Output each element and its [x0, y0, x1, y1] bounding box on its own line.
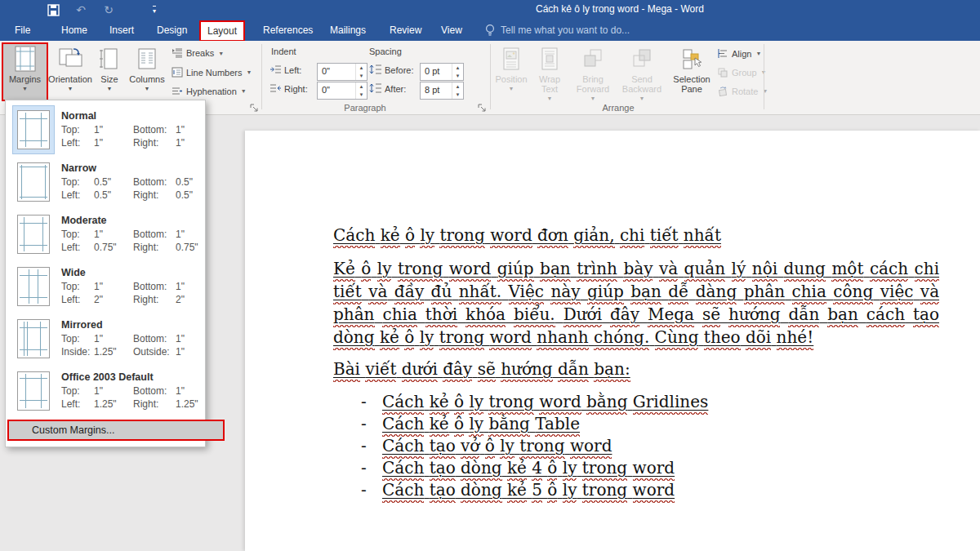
- tell-me-box[interactable]: Tell me what you want to do...: [485, 20, 630, 41]
- page-setup-dialog-launcher[interactable]: [249, 103, 261, 114]
- orientation-icon: [57, 47, 83, 71]
- document-content: Cách kẻ ô ly trong word đơn giản, chi ti…: [333, 224, 939, 501]
- tab-view[interactable]: View: [438, 20, 466, 41]
- bullet-dash: -: [361, 391, 382, 413]
- chevron-down-icon: ▼: [241, 88, 247, 94]
- breaks-icon: [172, 48, 183, 58]
- chevron-down-icon: ▼: [246, 69, 252, 75]
- group-button[interactable]: Group ▼: [717, 67, 767, 78]
- spacing-section-label: Spacing: [369, 47, 402, 56]
- margins-preset-normal[interactable]: Normal Top:1" Bottom:1" Left:1" Right:1": [6, 104, 203, 156]
- align-label: Align: [732, 49, 751, 59]
- selection-pane-icon: [680, 47, 703, 70]
- align-button[interactable]: Align ▼: [717, 48, 761, 59]
- indent-section-label: Indent: [271, 47, 296, 56]
- selected-preset-highlight: [12, 105, 55, 154]
- document-paragraph: Bài viết dưới đây sẽ hướng dẫn bạn:: [333, 358, 939, 380]
- word-window: ↶ ↻ ▾ Cách kẻ ô ly trong word - Mega - W…: [0, 0, 980, 551]
- spacing-after-input[interactable]: 8 pt ▲ ▼: [420, 82, 464, 100]
- margins-preset-wide[interactable]: Wide Top:1" Bottom:1" Left:2" Right:2": [6, 260, 203, 313]
- margins-label: Margins: [9, 74, 41, 84]
- rotate-icon: [717, 86, 728, 96]
- list-item: - Cách kẻ ô ly trong word bằng Gridlines: [361, 391, 939, 413]
- margins-preset-moderate[interactable]: Moderate Top:1" Bottom:1" Left:0.75" Rig…: [6, 208, 203, 260]
- chevron-down-icon: ▼: [590, 96, 596, 101]
- wrap-text-label: Wrap Text: [536, 74, 564, 94]
- preset-name: Normal: [61, 110, 203, 122]
- undo-button[interactable]: ↶: [67, 0, 95, 20]
- spinner-down-button[interactable]: ▼: [356, 72, 367, 80]
- preset-name: Moderate: [61, 215, 203, 226]
- spinner-up-button[interactable]: ▲: [356, 82, 367, 91]
- list-item-text: Cách kẻ ô ly trong word bằng Gridlines: [382, 391, 708, 413]
- breaks-button[interactable]: Breaks ▼: [172, 48, 224, 58]
- indent-right-input[interactable]: 0" ▲ ▼: [317, 82, 368, 100]
- margins-preset-narrow[interactable]: Narrow Top:0.5" Bottom:0.5" Left:0.5" Ri…: [6, 156, 203, 208]
- tab-review[interactable]: Review: [386, 20, 425, 41]
- preset-name: Wide: [61, 267, 203, 278]
- tab-design[interactable]: Design: [154, 20, 190, 41]
- chevron-down-icon: ▼: [145, 86, 150, 91]
- tab-insert[interactable]: Insert: [106, 20, 137, 41]
- indent-left-icon: [270, 64, 282, 74]
- bring-forward-icon: [581, 47, 604, 70]
- chevron-down-icon: ▼: [639, 96, 645, 101]
- redo-button[interactable]: ↻: [95, 0, 122, 20]
- paragraph-dialog-launcher[interactable]: [477, 103, 488, 114]
- send-backward-label: Send Backward: [618, 74, 666, 94]
- tab-mailings[interactable]: Mailings: [327, 20, 369, 41]
- margins-button[interactable]: Margins ▼: [2, 42, 48, 101]
- list-item-text: Cách tạo dòng kẻ 4 ô ly trong word: [382, 457, 675, 479]
- spinner-down-button[interactable]: ▼: [356, 91, 367, 99]
- chevron-down-icon: ▼: [547, 96, 553, 101]
- line-numbers-button[interactable]: Line Numbers ▼: [172, 67, 252, 78]
- send-backward-button[interactable]: Send Backward ▼: [617, 44, 666, 101]
- bullet-dash: -: [361, 413, 382, 435]
- margins-preset-mirrored[interactable]: Mirrored Top:1" Bottom:1" Inside:1.25" O…: [6, 313, 203, 365]
- hyphenation-icon: [172, 86, 183, 96]
- selection-pane-button[interactable]: Selection Pane: [670, 44, 714, 101]
- spinner-up-button[interactable]: ▲: [452, 64, 463, 72]
- quick-access-toolbar: ↶ ↻ ▾: [0, 0, 168, 20]
- columns-icon: [136, 47, 158, 71]
- rotate-button[interactable]: Rotate ▼: [717, 86, 768, 96]
- chevron-down-icon: ▼: [22, 86, 28, 91]
- margins-preset-office-2003[interactable]: Office 2003 Default Top:1" Bottom:1" Lef…: [6, 365, 203, 417]
- spinner-down-button[interactable]: ▼: [452, 91, 463, 99]
- margin-preset-icon: [17, 267, 50, 306]
- size-button[interactable]: Size ▼: [93, 44, 126, 101]
- chevron-down-icon: ▼: [68, 86, 74, 91]
- document-page[interactable]: Cách kẻ ô ly trong word đơn giản, chi ti…: [245, 131, 980, 551]
- tab-file[interactable]: File: [11, 20, 33, 41]
- rotate-label: Rotate: [732, 87, 758, 96]
- spacing-before-input[interactable]: 0 pt ▲ ▼: [420, 63, 464, 81]
- chevron-down-icon: ▼: [107, 86, 113, 91]
- bring-forward-label: Bring Forward: [572, 74, 613, 94]
- bullet-dash: -: [361, 435, 382, 457]
- align-icon: [717, 48, 728, 59]
- ribbon-tab-bar: File Home Insert Design Layout Reference…: [0, 20, 980, 41]
- bring-forward-button[interactable]: Bring Forward ▼: [570, 44, 616, 101]
- spinner-down-button[interactable]: ▼: [452, 72, 463, 80]
- margin-preset-icon: [17, 215, 50, 254]
- position-button[interactable]: Position ▼: [493, 44, 529, 101]
- orientation-button[interactable]: Orientation ▼: [49, 44, 91, 101]
- spinner-up-button[interactable]: ▲: [356, 64, 367, 72]
- save-button[interactable]: [39, 0, 67, 20]
- spinner-up-button[interactable]: ▲: [452, 82, 463, 91]
- list-item: - Cách tạo dòng kẻ 5 ô ly trong word: [361, 479, 939, 501]
- tab-layout[interactable]: Layout: [199, 20, 245, 42]
- bullet-dash: -: [361, 457, 382, 479]
- paragraph-group-label: Paragraph: [308, 103, 422, 113]
- customize-qat-icon: ▾: [153, 6, 156, 15]
- custom-margins-button[interactable]: Custom Margins...: [7, 420, 225, 441]
- hyphenation-button[interactable]: Hyphenation ▼: [172, 86, 247, 96]
- tab-home[interactable]: Home: [58, 20, 91, 41]
- tab-references[interactable]: References: [260, 20, 316, 41]
- indent-left-input[interactable]: 0" ▲ ▼: [317, 63, 368, 81]
- preset-name: Office 2003 Default: [61, 371, 203, 383]
- wrap-text-button[interactable]: Wrap Text ▼: [531, 44, 568, 101]
- columns-button[interactable]: Columns ▼: [127, 44, 167, 101]
- customize-qat-button[interactable]: ▾: [140, 0, 168, 20]
- chevron-down-icon: ▼: [755, 51, 761, 56]
